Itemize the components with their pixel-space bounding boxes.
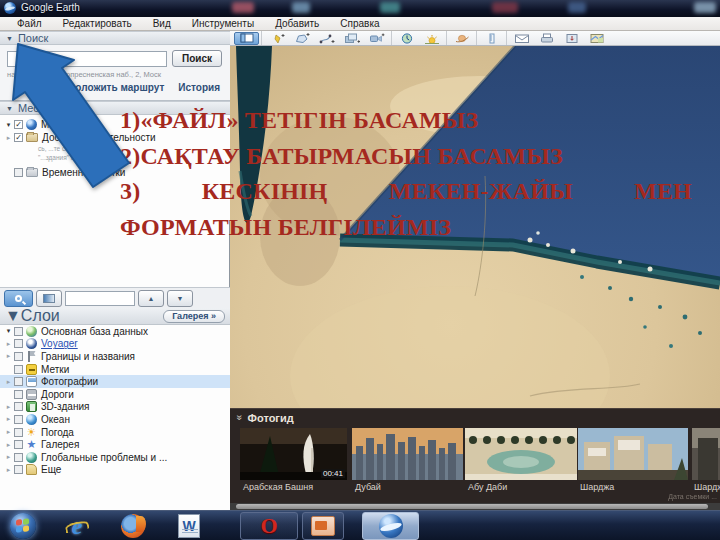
add-image-overlay-button[interactable] <box>339 32 364 45</box>
record-tour-button[interactable] <box>364 32 389 45</box>
checkbox-unchecked[interactable] <box>14 168 23 177</box>
layer-row-3d-buildings[interactable]: ▸ 3D-здания <box>0 401 230 414</box>
search-button[interactable]: Поиск <box>172 50 222 67</box>
internet-explorer-button[interactable]: e <box>64 513 90 539</box>
google-earth-window: Google Earth Файл Редактировать Вид Инст… <box>0 0 720 540</box>
collapse-arrow-icon[interactable]: ▼ <box>6 105 13 112</box>
tree-collapsed-icon[interactable]: ▸ <box>4 441 13 449</box>
checkbox-unchecked[interactable] <box>14 390 23 399</box>
start-button[interactable] <box>10 513 36 539</box>
layers-panel-header[interactable]: ▼ Слои Галерея » <box>0 308 230 325</box>
layer-row-global-awareness[interactable]: ▸ Глобальные проблемы и ... <box>0 451 230 464</box>
clock-icon <box>400 33 414 44</box>
layer-row-photos[interactable]: ▸ Фотографии <box>0 375 230 388</box>
checkbox-unchecked[interactable] <box>14 327 23 336</box>
photo-thumbnail-sharjah-2[interactable] <box>692 428 720 480</box>
next-result-button[interactable]: ▼ <box>167 290 193 307</box>
photo-thumbnail-dubai[interactable] <box>352 428 463 480</box>
layer-row-roads[interactable]: Дороги <box>0 388 230 401</box>
search-input[interactable] <box>7 51 167 67</box>
tree-expanded-icon[interactable]: ▾ <box>4 121 13 129</box>
layers-panel-title: Слои <box>21 307 60 325</box>
layer-search-button[interactable] <box>4 290 33 307</box>
add-path-button[interactable] <box>314 32 339 45</box>
checkbox-unchecked[interactable] <box>14 453 23 462</box>
menu-view[interactable]: Вид <box>143 18 182 29</box>
layer-row-gallery[interactable]: ▸ ★ Галерея <box>0 438 230 451</box>
planets-button[interactable] <box>449 32 474 45</box>
scrollbar-thumb[interactable] <box>236 504 708 509</box>
layer-row-borders[interactable]: ▸ Границы и названия <box>0 350 230 363</box>
print-button[interactable] <box>534 32 559 45</box>
layer-blend-button[interactable] <box>36 290 62 307</box>
save-image-button[interactable] <box>559 32 584 45</box>
menu-add[interactable]: Добавить <box>265 18 330 29</box>
layer-label[interactable]: Voyager <box>41 338 78 349</box>
tree-collapsed-icon[interactable]: ▸ <box>4 466 13 474</box>
historical-imagery-button[interactable] <box>394 32 419 45</box>
photo-thumbnail-abu-dhabi[interactable] <box>465 428 577 480</box>
ruler-button[interactable] <box>479 32 504 45</box>
layer-row-labels[interactable]: Метки <box>0 363 230 376</box>
checkbox-checked[interactable]: ✓ <box>14 120 23 129</box>
voyager-icon <box>26 338 37 349</box>
photo-thumbnail-burj-al-arab[interactable]: 00:41 <box>240 428 347 480</box>
tree-expanded-icon[interactable]: ▾ <box>4 327 13 335</box>
layer-row-voyager[interactable]: ▸ Voyager <box>0 338 230 351</box>
add-placemark-button[interactable] <box>264 32 289 45</box>
previous-result-button[interactable]: ▲ <box>138 290 164 307</box>
photo-strip-scrollbar[interactable] <box>230 503 720 510</box>
menu-tools[interactable]: Инструменты <box>182 18 265 29</box>
search-panel-header[interactable]: ▼ Поиск <box>0 31 230 45</box>
layer-row-weather[interactable]: ▸ ☀ Погода <box>0 426 230 439</box>
menu-edit[interactable]: Редактировать <box>53 18 143 29</box>
sidebar-toggle-button[interactable] <box>234 32 259 45</box>
checkbox-unchecked[interactable] <box>14 415 23 424</box>
menu-help[interactable]: Справка <box>330 18 390 29</box>
powerpoint-taskbar-button[interactable] <box>302 512 344 540</box>
checkbox-unchecked[interactable] <box>14 339 23 348</box>
collapse-arrow-icon[interactable]: ▼ <box>6 35 13 42</box>
view-in-maps-button[interactable] <box>584 32 609 45</box>
tree-collapsed-icon[interactable]: ▸ <box>4 352 13 360</box>
history-link[interactable]: История <box>178 82 220 93</box>
collapse-chevrons-icon[interactable]: » <box>234 415 245 421</box>
collapse-arrow-icon[interactable]: ▼ <box>5 307 21 325</box>
menu-file[interactable]: Файл <box>7 18 53 29</box>
layer-row-primary-database[interactable]: ▾ Основная база данных <box>0 325 230 338</box>
checkbox-unchecked[interactable] <box>14 465 23 474</box>
checkbox-unchecked[interactable] <box>14 440 23 449</box>
gallery-button[interactable]: Галерея » <box>163 310 225 323</box>
tree-collapsed-icon[interactable]: ▸ <box>4 453 13 461</box>
tree-collapsed-icon[interactable]: ▸ <box>4 403 13 411</box>
checkbox-checked[interactable]: ✓ <box>14 133 23 142</box>
add-polygon-button[interactable] <box>289 32 314 45</box>
layer-row-more[interactable]: ▸ Еще <box>0 464 230 477</box>
firefox-button[interactable] <box>120 513 146 539</box>
checkbox-unchecked[interactable] <box>14 377 23 386</box>
sunlight-button[interactable] <box>419 32 444 45</box>
tree-collapsed-icon[interactable]: ▸ <box>4 134 13 142</box>
checkbox-unchecked[interactable] <box>14 352 23 361</box>
layer-row-ocean[interactable]: ▸ Океан <box>0 413 230 426</box>
background-blob <box>232 2 254 13</box>
opera-taskbar-button[interactable]: O <box>240 512 298 540</box>
route-link[interactable]: Проложить маршрут <box>62 82 164 93</box>
tree-collapsed-icon[interactable]: ▸ <box>4 415 13 423</box>
google-earth-taskbar-button[interactable] <box>362 512 419 540</box>
layer-filter-input[interactable] <box>65 291 135 306</box>
photo-guide-panel: » Фотогид 00:41 <box>230 408 720 503</box>
tree-collapsed-icon[interactable]: ▸ <box>4 378 13 386</box>
photo-strip[interactable]: 00:41 <box>230 428 720 480</box>
photo-thumbnail-sharjah[interactable] <box>578 428 688 480</box>
word-button[interactable]: W <box>176 513 202 539</box>
sidebar-toggle-icon <box>240 33 254 43</box>
layer-label: Основная база данных <box>41 326 148 337</box>
checkbox-unchecked[interactable] <box>14 428 23 437</box>
email-button[interactable] <box>509 32 534 45</box>
tree-collapsed-icon[interactable]: ▸ <box>4 340 13 348</box>
checkbox-unchecked[interactable] <box>14 365 23 374</box>
checkbox-unchecked[interactable] <box>14 402 23 411</box>
search-panel-title: Поиск <box>18 32 48 44</box>
tree-collapsed-icon[interactable]: ▸ <box>4 428 13 436</box>
